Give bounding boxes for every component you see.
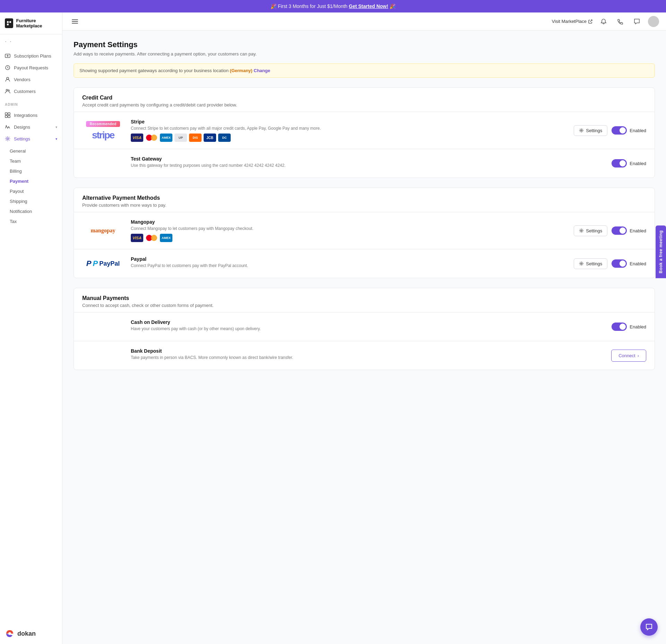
settings-sub-payout[interactable]: Payout: [0, 186, 62, 196]
sidebar-label-settings: Settings: [14, 136, 30, 141]
credit-card-section: Credit Card Accept credit card payments …: [74, 87, 655, 178]
test-gateway-info: Test Gateway Use this gateway for testin…: [131, 156, 605, 171]
alternative-header: Alternative Payment Methods Provide cust…: [74, 188, 655, 212]
settings-sub-billing[interactable]: Billing: [0, 166, 62, 176]
paypal-p-light: P: [93, 259, 98, 268]
manual-desc: Connect to accept cash, check or other c…: [82, 303, 646, 308]
mangopay-item: mangopay Mangopay Connect Mangopay to le…: [74, 212, 655, 249]
test-gateway-desc: Use this gateway for testing purposes us…: [131, 163, 605, 168]
test-gateway-toggle[interactable]: [612, 159, 627, 168]
sidebar-item-designs[interactable]: Designs ▾: [0, 121, 62, 133]
sidebar-nav-top: Subscription Plans Payout Requests Vendo…: [0, 49, 62, 98]
credit-card-header: Credit Card Accept credit card payments …: [74, 88, 655, 112]
mangopay-visa-icon: VISA: [131, 234, 143, 242]
paypal-logo-wrap: P P PayPal: [82, 259, 124, 268]
svg-rect-0: [7, 21, 9, 23]
manual-title: Manual Payments: [82, 295, 646, 301]
sidebar-item-customers[interactable]: Customers: [0, 85, 62, 97]
external-link-icon: [588, 19, 592, 24]
cod-info: Cash on Delivery Have your customers pay…: [131, 319, 605, 334]
header-right: Visit MarketPlace: [552, 16, 659, 27]
bank-deposit-info: Bank Deposit Take payments in person via…: [131, 348, 604, 363]
settings-arrow-icon: ▾: [56, 137, 57, 141]
stripe-settings-button[interactable]: Settings: [574, 125, 607, 136]
sidebar-item-settings[interactable]: Settings ▾: [0, 133, 62, 145]
chat-bubble[interactable]: [640, 618, 658, 636]
sidebar-footer: dokan: [0, 623, 62, 644]
sidebar-dots: · ·: [0, 34, 62, 49]
jcb-icon: JCB: [204, 134, 216, 142]
mangopay-mc-icon: [145, 234, 158, 242]
app-name: Furniture Marketplace: [16, 18, 57, 28]
svg-point-13: [8, 632, 11, 635]
sidebar-item-payout-requests[interactable]: Payout Requests: [0, 62, 62, 74]
sidebar-label-payout-requests: Payout Requests: [14, 65, 48, 70]
promo-cta[interactable]: Get Started Now!: [349, 3, 388, 9]
dokan-icon: [5, 629, 15, 638]
sidebar-label-vendors: Vendors: [14, 77, 31, 82]
phone-button[interactable]: [615, 16, 626, 27]
app-logo[interactable]: Furniture Marketplace: [0, 12, 62, 34]
stripe-info: Stripe Connect Stripe to let customers p…: [131, 119, 567, 142]
cod-actions: Enabled: [612, 323, 646, 331]
mangopay-card-icons: VISA AMEX: [131, 234, 567, 242]
mangopay-toggle-wrap: Enabled: [612, 226, 646, 235]
svg-rect-8: [5, 113, 7, 115]
book-meeting-tab[interactable]: Book a free meeting: [656, 225, 666, 278]
chat-button[interactable]: [631, 16, 642, 27]
notification-button[interactable]: [598, 16, 609, 27]
paypal-desc: Connect PayPal to let customers pay with…: [131, 263, 567, 268]
settings-sub-team[interactable]: Team: [0, 156, 62, 166]
settings-sub-tax[interactable]: Tax: [0, 216, 62, 226]
admin-section-label: ADMIN: [0, 98, 62, 108]
sidebar-item-subscription[interactable]: Subscription Plans: [0, 50, 62, 62]
paypal-toggle-wrap: Enabled: [612, 259, 646, 268]
info-banner: Showing supported payment gateways accor…: [74, 63, 655, 78]
svg-point-16: [581, 263, 582, 264]
settings-sub-shipping[interactable]: Shipping: [0, 196, 62, 206]
user-avatar[interactable]: [648, 16, 659, 27]
paypal-text: PayPal: [99, 260, 120, 267]
header-left: [69, 16, 80, 27]
svg-rect-2: [7, 24, 9, 25]
dokan-brand-name: dokan: [17, 630, 36, 637]
visit-marketplace-link[interactable]: Visit MarketPlace: [552, 19, 592, 24]
cod-desc: Have your customers pay with cash (or by…: [131, 326, 605, 331]
credit-card-desc: Accept credit card payments by configuri…: [82, 102, 646, 108]
top-header: Visit MarketPlace: [62, 12, 666, 31]
mangopay-toggle[interactable]: [612, 226, 627, 235]
mangopay-settings-button[interactable]: Settings: [574, 225, 607, 236]
svg-point-6: [6, 89, 8, 91]
mangopay-logo-wrap: mangopay: [82, 227, 124, 234]
cod-item: Cash on Delivery Have your customers pay…: [74, 312, 655, 341]
svg-rect-10: [5, 115, 7, 118]
info-banner-text: Showing supported payment gateways accor…: [79, 68, 229, 73]
stripe-desc: Connect Stripe to let customers pay with…: [131, 126, 567, 131]
cod-enabled-label: Enabled: [630, 324, 646, 329]
paypal-toggle[interactable]: [612, 259, 627, 268]
hamburger-button[interactable]: [69, 16, 80, 27]
sidebar-item-integrations[interactable]: Integrations: [0, 109, 62, 121]
sidebar-item-vendors[interactable]: Vendors: [0, 74, 62, 85]
settings-submenu: General Team Billing Payment Payout Ship…: [0, 146, 62, 226]
mangopay-enabled-label: Enabled: [630, 228, 646, 233]
settings-sub-notification[interactable]: Notification: [0, 206, 62, 216]
main-content: Payment Settings Add ways to receive pay…: [62, 31, 666, 644]
info-banner-location: (Germany): [230, 68, 253, 73]
designs-arrow-icon: ▾: [56, 125, 57, 129]
stripe-toggle[interactable]: [612, 126, 627, 135]
bank-deposit-desc: Take payments in person via BACS. More c…: [131, 355, 604, 360]
paypal-settings-button[interactable]: Settings: [574, 258, 607, 269]
bank-deposit-connect-button[interactable]: Connect ›: [611, 350, 646, 362]
settings-sub-payment[interactable]: Payment: [0, 176, 62, 186]
settings-sub-general[interactable]: General: [0, 146, 62, 156]
cod-toggle[interactable]: [612, 323, 627, 331]
info-banner-change-link[interactable]: Change: [254, 68, 270, 73]
sidebar-nav-admin: Integrations Designs ▾ Settings ▾: [0, 108, 62, 146]
sidebar: Furniture Marketplace · · Subscription P…: [0, 12, 62, 644]
cod-toggle-wrap: Enabled: [612, 323, 646, 331]
test-gateway-toggle-wrap: Enabled: [612, 159, 646, 168]
paypal-enabled-label: Enabled: [630, 261, 646, 266]
credit-card-title: Credit Card: [82, 95, 646, 101]
mangopay-logo: mangopay: [91, 227, 115, 234]
